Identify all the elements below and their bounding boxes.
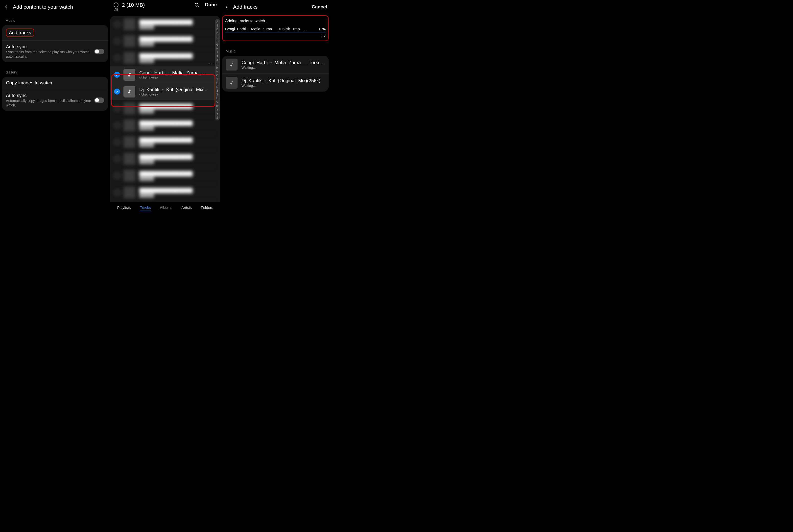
search-icon[interactable] bbox=[194, 2, 200, 8]
track-checkbox[interactable] bbox=[114, 38, 120, 44]
track-row[interactable]: ██████████████████████ bbox=[110, 117, 220, 134]
more-icon[interactable]: ⋯ bbox=[209, 61, 213, 66]
music-note-icon bbox=[226, 77, 237, 89]
alpha-letter[interactable]: S bbox=[215, 89, 219, 93]
track-checkbox[interactable] bbox=[114, 156, 120, 162]
track-row[interactable]: Cengi_Harbi_-_Mafia_Zurna_… <Unknown> bbox=[110, 66, 220, 83]
back-icon[interactable] bbox=[3, 4, 9, 10]
alpha-letter[interactable]: X bbox=[215, 108, 219, 112]
cancel-button[interactable]: Cancel bbox=[312, 4, 327, 10]
queue-card: Cengi_Harbi_-_Mafia_Zurna___Turkis… Wait… bbox=[222, 56, 329, 92]
track-row[interactable]: ██████████████████████ bbox=[110, 100, 220, 117]
select-all-circle-icon bbox=[114, 2, 118, 7]
alpha-letter[interactable]: O bbox=[215, 74, 219, 77]
copy-images-label: Copy images to watch bbox=[6, 80, 104, 86]
alpha-index[interactable]: ABCDEFGHIJKLMNOPQRSTUVWXYZ bbox=[215, 19, 220, 120]
alpha-letter[interactable]: Y bbox=[215, 112, 219, 116]
track-row[interactable]: ██████████████████████ bbox=[110, 167, 220, 184]
tab-albums[interactable]: Albums bbox=[160, 205, 172, 211]
track-thumb bbox=[123, 18, 135, 30]
tab-tracks[interactable]: Tracks bbox=[140, 205, 151, 211]
add-tracks-label: Add tracks bbox=[6, 28, 34, 37]
queue-status: Waiting… bbox=[241, 65, 325, 70]
track-row[interactable]: ██████████████████████ bbox=[110, 134, 220, 150]
alpha-letter[interactable]: Z bbox=[215, 116, 219, 120]
alpha-letter[interactable]: L bbox=[215, 62, 219, 66]
alpha-letter[interactable]: J bbox=[215, 54, 219, 58]
add-tracks-row[interactable]: Add tracks bbox=[2, 25, 108, 40]
queue-status: Waiting… bbox=[241, 84, 325, 88]
alpha-letter[interactable]: E bbox=[215, 35, 219, 39]
track-title: Cengi_Harbi_-_Mafia_Zurna_… bbox=[139, 70, 214, 75]
track-row[interactable]: ██████████████████████ bbox=[110, 33, 220, 50]
music-note-icon bbox=[226, 59, 237, 71]
tab-playlists[interactable]: Playlists bbox=[117, 205, 131, 211]
auto-sync-music-row[interactable]: Auto sync Sync tracks from the selected … bbox=[2, 40, 108, 62]
music-note-icon bbox=[123, 69, 135, 81]
track-checkbox[interactable] bbox=[114, 122, 120, 128]
alpha-letter[interactable]: T bbox=[215, 93, 219, 97]
alpha-letter[interactable]: U bbox=[215, 96, 219, 100]
track-checkbox[interactable] bbox=[114, 55, 120, 61]
copy-images-row[interactable]: Copy images to watch bbox=[2, 77, 108, 89]
auto-sync-gallery-title: Auto sync bbox=[6, 93, 94, 98]
header: Add tracks Cancel bbox=[220, 0, 331, 14]
alpha-letter[interactable]: A bbox=[215, 20, 219, 24]
track-checkbox[interactable] bbox=[114, 139, 120, 145]
track-title: Dj_Kantik_-_Kul_(Original_Mix… bbox=[139, 87, 214, 92]
track-thumb bbox=[123, 35, 135, 47]
section-gallery-label: Gallery bbox=[0, 65, 110, 77]
tab-artists[interactable]: Artists bbox=[181, 205, 192, 211]
track-checkbox[interactable] bbox=[114, 190, 120, 195]
progress-status: Adding tracks to watch… bbox=[225, 19, 326, 23]
alpha-letter[interactable]: H bbox=[215, 47, 219, 51]
track-row[interactable]: Dj_Kantik_-_Kul_(Original_Mix… <Unknown> bbox=[110, 83, 220, 100]
bottom-tabs: PlaylistsTracksAlbumsArtistsFolders bbox=[110, 202, 220, 215]
done-button[interactable]: Done bbox=[205, 2, 217, 7]
progress-card: Adding tracks to watch… Cengi_Harbi_-_Ma… bbox=[222, 15, 329, 41]
track-checkbox[interactable] bbox=[114, 173, 120, 179]
alpha-letter[interactable]: R bbox=[215, 85, 219, 89]
page-title: Add tracks bbox=[233, 4, 309, 10]
track-thumb bbox=[123, 102, 135, 114]
auto-sync-music-desc: Sync tracks from the selected playlists … bbox=[6, 50, 94, 59]
track-row[interactable]: ██████████████████████ bbox=[110, 150, 220, 167]
track-checkbox[interactable] bbox=[114, 89, 120, 95]
alpha-letter[interactable]: V bbox=[215, 100, 219, 104]
auto-sync-gallery-desc: Automatically copy images from specific … bbox=[6, 99, 94, 108]
track-checkbox[interactable] bbox=[114, 21, 120, 27]
track-checkbox[interactable] bbox=[114, 72, 120, 78]
alpha-letter[interactable]: W bbox=[215, 104, 219, 108]
alpha-letter[interactable]: Q bbox=[215, 81, 219, 85]
track-row[interactable]: ██████████████████████ bbox=[110, 50, 220, 66]
track-row[interactable]: ██████████████████████ bbox=[110, 184, 220, 201]
auto-sync-gallery-toggle[interactable] bbox=[94, 97, 104, 103]
header: Add content to your watch bbox=[0, 0, 110, 14]
track-checkbox[interactable] bbox=[114, 106, 120, 111]
queue-row[interactable]: Cengi_Harbi_-_Mafia_Zurna___Turkis… Wait… bbox=[222, 56, 329, 74]
back-icon[interactable] bbox=[224, 4, 230, 10]
alpha-letter[interactable]: P bbox=[215, 77, 219, 81]
select-all[interactable]: All bbox=[114, 1, 118, 12]
track-thumb bbox=[123, 170, 135, 182]
alpha-letter[interactable]: N bbox=[215, 70, 219, 74]
progress-filename: Cengi_Harbi_-_Mafia_Zurna___Turkish_Trap… bbox=[225, 27, 319, 31]
section-music-label: Music bbox=[220, 44, 331, 56]
alpha-letter[interactable]: G bbox=[215, 43, 219, 47]
alpha-letter[interactable]: F bbox=[215, 39, 219, 43]
queue-row[interactable]: Dj_Kantik_-_Kul_(Original_Mix)(256k) Wai… bbox=[222, 74, 329, 92]
svg-point-0 bbox=[195, 3, 198, 6]
alpha-letter[interactable]: K bbox=[215, 58, 219, 62]
alpha-letter[interactable]: M bbox=[215, 66, 219, 70]
alpha-letter[interactable]: I bbox=[215, 51, 219, 54]
tab-folders[interactable]: Folders bbox=[201, 205, 213, 211]
auto-sync-music-toggle[interactable] bbox=[94, 49, 104, 54]
alpha-letter[interactable]: C bbox=[215, 27, 219, 32]
alpha-letter[interactable]: B bbox=[215, 24, 219, 28]
page-title: Add content to your watch bbox=[13, 4, 107, 10]
track-thumb bbox=[123, 119, 135, 131]
track-row[interactable]: ██████████████████████ bbox=[110, 16, 220, 33]
selection-count: 2 (10 MB) bbox=[122, 2, 194, 8]
auto-sync-gallery-row[interactable]: Auto sync Automatically copy images from… bbox=[2, 89, 108, 111]
alpha-letter[interactable]: D bbox=[215, 32, 219, 35]
